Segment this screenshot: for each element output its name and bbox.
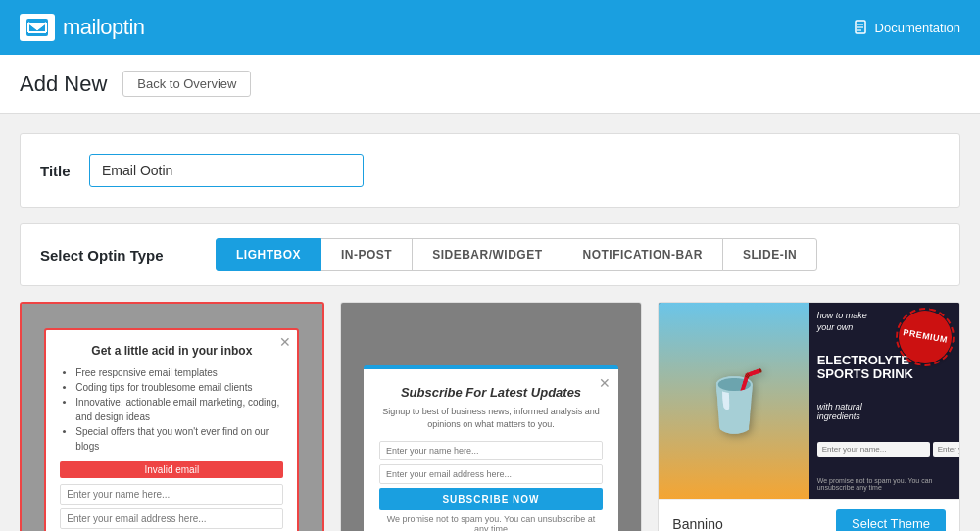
title-input[interactable] (89, 154, 364, 187)
baremetal-email-input[interactable] (60, 508, 283, 529)
bullet-4: Special offers that you won't ever find … (75, 424, 283, 454)
bannino-left: 🥤 (659, 303, 808, 499)
baremetal-bullets: Free responsive email templates Coding t… (60, 365, 283, 454)
bannino-name-input[interactable] (817, 442, 930, 457)
back-to-overview-button[interactable]: Back to Overview (122, 71, 251, 97)
elegance-modal-title: Subscribe For Latest Updates (379, 385, 603, 400)
bannino-glass-icon: 🥤 (698, 366, 771, 436)
elegance-modal: ✕ Subscribe For Latest Updates Signup to… (364, 365, 618, 531)
bannino-preview: 🥤 how to makeyour own ELECTROLYTESPORTS … (659, 303, 959, 499)
baremetal-name-input[interactable] (60, 484, 283, 505)
bullet-2: Coding tips for troublesome email client… (75, 380, 283, 395)
bullet-3: Innovative, actionable email marketing, … (75, 395, 283, 424)
elegance-subscribe-btn: SUBSCRIBE NOW (379, 488, 603, 510)
title-section: Title (20, 133, 960, 208)
baremetal-preview: ✕ Get a little acid in your inbox Free r… (22, 304, 322, 531)
tab-sidebar[interactable]: SIDEBAR/WIDGET (412, 238, 563, 271)
logo-text: mailoptin (63, 15, 145, 40)
theme-card-baremetal: ✕ Get a little acid in your inbox Free r… (20, 302, 324, 531)
logo: mailoptin (20, 14, 145, 41)
tab-lightbox[interactable]: LIGHTBOX (216, 238, 321, 271)
header: mailoptin Documentation (0, 0, 980, 55)
baremetal-modal-title: Get a little acid in your inbox (60, 344, 283, 358)
tab-in-post[interactable]: IN-POST (320, 238, 413, 271)
theme-card-bannino: 🥤 how to makeyour own ELECTROLYTESPORTS … (658, 302, 960, 531)
bullet-1: Free responsive email templates (75, 365, 283, 380)
themes-row: ✕ Get a little acid in your inbox Free r… (20, 302, 960, 531)
logo-icon (20, 14, 55, 41)
page-title-bar: Add New Back to Overview (0, 55, 980, 114)
bannino-spam: We promise not to spam you. You can unsu… (817, 477, 952, 491)
documentation-link[interactable]: Documentation (854, 20, 960, 35)
baremetal-error: Invalid email (60, 461, 283, 478)
bannino-footer: Bannino Select Theme (659, 499, 959, 531)
optin-type-row: Select Optin Type LIGHTBOX IN-POST SIDEB… (21, 224, 959, 285)
elegance-preview: ✕ Subscribe For Latest Updates Signup to… (341, 303, 642, 531)
elegance-spam: We promise not to spam you. You can unsu… (379, 514, 603, 531)
bannino-name: Bannino (672, 516, 722, 532)
optin-type-section: Select Optin Type LIGHTBOX IN-POST SIDEB… (20, 223, 960, 286)
optin-tabs: LIGHTBOX IN-POST SIDEBAR/WIDGET NOTIFICA… (217, 238, 817, 271)
theme-card-elegance: ✕ Subscribe For Latest Updates Signup to… (340, 302, 643, 531)
docs-label: Documentation (875, 21, 960, 35)
bannino-select-button[interactable]: Select Theme (836, 509, 946, 531)
elegance-close-icon: ✕ (599, 375, 611, 391)
bannino-form-row: Subscribe Now (817, 442, 952, 457)
bannino-email-input[interactable] (933, 442, 959, 457)
tab-notification-bar[interactable]: NOTIFICATION-BAR (563, 238, 723, 271)
baremetal-close-icon: ✕ (279, 334, 291, 350)
elegance-name-input[interactable] (379, 441, 603, 460)
title-label: Title (40, 163, 75, 179)
main-content: Title Select Optin Type LIGHTBOX IN-POST… (0, 114, 980, 531)
tab-slide-in[interactable]: SLIDE-IN (722, 238, 817, 271)
bannino-headline-sub: with naturalingredients (817, 402, 952, 421)
elegance-subtitle: Signup to best of business news, informe… (379, 406, 603, 430)
elegance-email-input[interactable] (379, 464, 603, 484)
title-row: Title (40, 154, 940, 187)
bannino-inner: 🥤 how to makeyour own ELECTROLYTESPORTS … (659, 303, 959, 499)
page-title: Add New (20, 72, 107, 97)
optin-type-label: Select Optin Type (40, 247, 217, 264)
baremetal-modal: ✕ Get a little acid in your inbox Free r… (44, 328, 299, 531)
book-icon (854, 20, 869, 35)
